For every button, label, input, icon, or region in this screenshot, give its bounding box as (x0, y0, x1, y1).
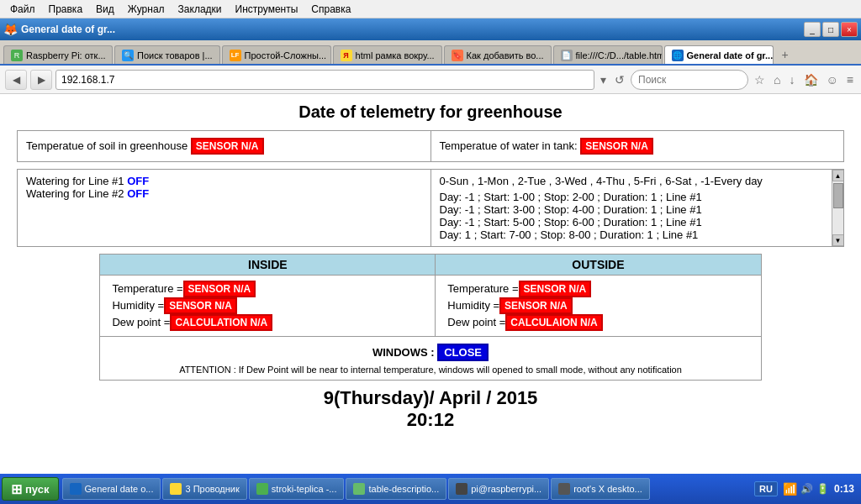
tab-search[interactable]: 🔍 Поиск товаров |... (114, 45, 220, 64)
tab-raspberry[interactable]: R Raspberry Pi: отк... (3, 45, 113, 64)
system-icons: 📶 🔊 🔋 (783, 482, 829, 496)
inside-dew: Dew point =CALCULATION N/A (112, 314, 423, 331)
inside-temp-badge: SENSOR N/A (183, 281, 256, 297)
date-display: 9(Thursday)/ April / 2015 (17, 387, 844, 409)
taskbar-item-icon-1 (170, 483, 182, 495)
language-button[interactable]: RU (754, 481, 778, 496)
outside-temp: Temperature =SENSOR N/A (447, 281, 748, 297)
tab-general[interactable]: 🌐 General date of gr... × (664, 45, 774, 64)
outside-dew-badge: CALCULAION N/A (505, 314, 602, 331)
attention-text: ATTENTION : If Dew Point will be near to… (112, 365, 748, 375)
main-content: Date of telemetry for greenhouse Tempera… (0, 94, 861, 439)
home-icon[interactable]: ⌂ (771, 73, 783, 87)
window-title: General date of gr... (21, 24, 115, 35)
taskbar-item-icon-5 (558, 483, 570, 495)
schedule-header: 0-Sun , 1-Mon , 2-Tue , 3-Wed , 4-Thu , … (440, 175, 836, 187)
menu-file[interactable]: Файл (3, 3, 42, 16)
windows-label: WINDOWS : (372, 346, 435, 359)
inside-header: INSIDE (100, 255, 436, 276)
new-tab-button[interactable]: + (775, 45, 795, 64)
back-button[interactable]: ◀ (5, 70, 27, 90)
taskbar-right: RU 📶 🔊 🔋 0:13 (749, 481, 859, 496)
time-display: 20:12 (17, 409, 844, 431)
address-bar: ◀ ▶ ▾ ↺ ☆ ⌂ ↓ 🏠 ☺ ≡ (0, 66, 861, 94)
outside-humidity: Humidity =SENSOR N/A (447, 297, 748, 314)
menu-bar: Файл Правка Вид Журнал Закладки Инструме… (0, 0, 861, 18)
maximize-button[interactable]: □ (822, 22, 839, 37)
tab-add-icon: 🔖 (452, 50, 463, 61)
taskbar-item-1[interactable]: 3 Проводник (162, 478, 246, 500)
menu-bookmarks[interactable]: Закладки (172, 3, 229, 16)
download-icon[interactable]: ↓ (787, 73, 798, 87)
taskbar-item-0[interactable]: General date o... (62, 478, 161, 500)
minimize-button[interactable]: _ (804, 22, 821, 37)
scroll-thumb[interactable] (833, 183, 843, 208)
refresh-dropdown-icon[interactable]: ▾ (598, 73, 609, 87)
water-temp-badge: SENSOR N/A (580, 138, 653, 155)
outside-data-cell: Temperature =SENSOR N/A Humidity =SENSOR… (436, 276, 761, 337)
taskbar-item-icon-0 (70, 483, 82, 495)
watering-line1-status: OFF (127, 175, 149, 187)
soil-temp-badge: SENSOR N/A (191, 138, 264, 155)
bookmark-star-icon[interactable]: ☆ (752, 73, 768, 87)
page-title: Date of telemetry for greenhouse (17, 102, 844, 122)
close-button[interactable]: × (841, 22, 858, 37)
datetime-section: 9(Thursday)/ April / 2015 20:12 (17, 387, 844, 431)
sensors-table: Temperatue of soil in greenhouse SENSOR … (17, 130, 844, 162)
forward-button[interactable]: ▶ (30, 70, 52, 90)
windows-status: CLOSE (437, 344, 489, 361)
outside-humidity-badge: SENSOR N/A (499, 297, 573, 314)
tab-ya[interactable]: Я html рамка вокру... (333, 45, 442, 64)
tab-search-icon: 🔍 (122, 50, 134, 61)
windows-row: WINDOWS : CLOSE ATTENTION : If Dew Point… (100, 337, 761, 381)
inside-data-cell: Temperature =SENSOR N/A Humidity =SENSOR… (100, 276, 436, 337)
network-icon: 📶 (783, 482, 797, 496)
taskbar-item-4[interactable]: pi@raspberrypi... (448, 478, 549, 500)
menu-view[interactable]: Вид (89, 3, 121, 16)
inside-humidity: Humidity =SENSOR N/A (112, 297, 423, 314)
windows-line: WINDOWS : CLOSE (112, 344, 748, 361)
watering-cell: Watering for Line #1 OFF Watering for Li… (18, 170, 431, 247)
schedule-line-1: Day: -1 ; Start: 1-00 ; Stop: 2-00 ; Dur… (440, 191, 836, 203)
title-bar: 🦊 General date of gr... _ □ × (0, 18, 861, 40)
tab-general-icon: 🌐 (672, 50, 684, 61)
taskbar-item-icon-4 (456, 483, 467, 495)
tab-lf[interactable]: LF Простой-Сложны... (222, 45, 331, 64)
profile-icon[interactable]: ☺ (824, 73, 841, 87)
tab-file[interactable]: 📄 file:///C:/D.../table.html (553, 45, 663, 64)
schedule-cell: 0-Sun , 1-Mon , 2-Tue , 3-Wed , 4-Thu , … (430, 170, 844, 247)
battery-icon: 🔋 (816, 483, 829, 495)
menu-icon[interactable]: ≡ (844, 73, 856, 87)
scrollbar[interactable]: ▲ ▼ (832, 170, 843, 246)
inside-dew-badge: CALCULATION N/A (170, 314, 272, 331)
menu-journal[interactable]: Журнал (121, 3, 172, 16)
tab-raspberry-icon: R (11, 50, 23, 61)
tab-ya-icon: Я (341, 50, 352, 61)
tabs-bar: R Raspberry Pi: отк... 🔍 Поиск товаров |… (0, 40, 861, 66)
outside-temp-badge: SENSOR N/A (519, 281, 592, 297)
start-button[interactable]: ⊞ пуск (2, 477, 59, 501)
tab-add[interactable]: 🔖 Как добавить во... (444, 45, 552, 64)
soil-temp-label: Temperatue of soil in greenhouse (26, 139, 188, 152)
menu-tools[interactable]: Инструменты (229, 3, 305, 16)
menu-help[interactable]: Справка (304, 3, 357, 16)
water-temp-cell: Temperatue of water in tank: SENSOR N/A (430, 131, 844, 162)
address-input[interactable] (55, 70, 594, 90)
schedule-line-3: Day: -1 ; Start: 5-00 ; Stop: 6-00 ; Dur… (440, 216, 836, 228)
watering-line2: Watering for Line #2 OFF (26, 187, 422, 200)
taskbar-item-5[interactable]: root's X deskto... (551, 478, 650, 500)
scroll-down-button[interactable]: ▼ (832, 234, 844, 246)
menu-edit[interactable]: Правка (42, 3, 90, 16)
taskbar: ⊞ пуск General date o... 3 Проводник str… (0, 474, 861, 504)
scroll-up-button[interactable]: ▲ (832, 170, 844, 181)
refresh-icon[interactable]: ↺ (612, 73, 627, 87)
inside-temp: Temperature =SENSOR N/A (112, 281, 423, 297)
watering-table: Watering for Line #1 OFF Watering for Li… (17, 169, 844, 247)
schedule-line-2: Day: -1 ; Start: 3-00 ; Stop: 4-00 ; Dur… (440, 203, 836, 216)
taskbar-item-3[interactable]: table-descriptio... (346, 478, 446, 500)
taskbar-item-2[interactable]: stroki-teplica -... (249, 478, 345, 500)
search-input[interactable] (631, 70, 748, 90)
nav-home-icon[interactable]: 🏠 (801, 73, 821, 87)
watering-line2-status: OFF (127, 187, 149, 200)
outside-dew: Dew point =CALCULAION N/A (447, 314, 748, 331)
